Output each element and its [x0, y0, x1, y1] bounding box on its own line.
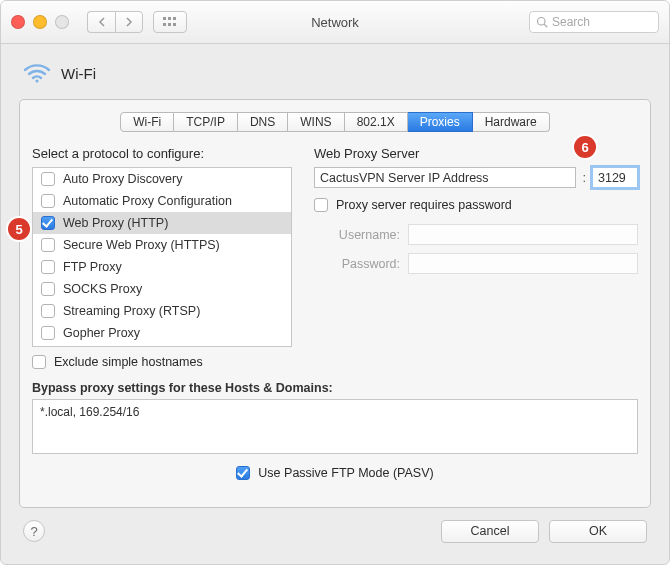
chevron-right-icon [125, 17, 133, 27]
window-controls [11, 15, 69, 29]
username-input [408, 224, 638, 245]
bypass-textarea[interactable]: *.local, 169.254/16 [32, 399, 638, 454]
titlebar: Network Search [1, 1, 669, 44]
svg-rect-2 [173, 17, 176, 20]
protocol-row[interactable]: Auto Proxy Discovery [33, 168, 291, 190]
chevron-left-icon [98, 17, 106, 27]
protocol-section-label: Select a protocol to configure: [32, 146, 292, 161]
grid-icon [163, 17, 177, 27]
svg-point-6 [538, 18, 546, 26]
callout-6: 6 [574, 136, 596, 158]
exclude-hostnames-row[interactable]: Exclude simple hostnames [32, 355, 292, 369]
cancel-button[interactable]: Cancel [441, 520, 539, 543]
svg-point-8 [35, 79, 38, 82]
password-label: Password: [314, 257, 400, 271]
protocol-row[interactable]: Automatic Proxy Configuration [33, 190, 291, 212]
username-label: Username: [314, 228, 400, 242]
passive-ftp-label: Use Passive FTP Mode (PASV) [258, 466, 433, 480]
callout-5: 5 [8, 218, 30, 240]
exclude-hostnames-label: Exclude simple hostnames [54, 355, 203, 369]
password-input [408, 253, 638, 274]
protocol-checkbox[interactable] [41, 194, 55, 208]
search-icon [536, 16, 548, 28]
protocol-checkbox[interactable] [41, 282, 55, 296]
passive-ftp-checkbox[interactable] [236, 466, 250, 480]
svg-line-7 [544, 24, 547, 27]
server-port-input[interactable]: 3129 [592, 167, 638, 188]
protocol-row[interactable]: Secure Web Proxy (HTTPS) [33, 234, 291, 256]
requires-password-row[interactable]: Proxy server requires password [314, 198, 638, 212]
tab-bar: Wi-FiTCP/IPDNSWINS802.1XProxiesHardware [32, 112, 638, 132]
requires-password-checkbox[interactable] [314, 198, 328, 212]
nav-back-forward [87, 11, 143, 33]
server-port-value: 3129 [598, 171, 626, 185]
protocol-label: SOCKS Proxy [63, 282, 142, 296]
protocol-checkbox[interactable] [41, 172, 55, 186]
window: Network Search Wi-Fi Wi-FiTCP/IPDNSW [0, 0, 670, 565]
protocol-row[interactable]: SOCKS Proxy [33, 278, 291, 300]
back-button[interactable] [87, 11, 115, 33]
password-row: Password: [314, 253, 638, 274]
svg-rect-0 [163, 17, 166, 20]
protocol-label: Automatic Proxy Configuration [63, 194, 232, 208]
tab-proxies[interactable]: Proxies [408, 112, 473, 132]
exclude-hostnames-checkbox[interactable] [32, 355, 46, 369]
tab-802-1x[interactable]: 802.1X [345, 112, 408, 132]
protocol-label: Auto Proxy Discovery [63, 172, 182, 186]
username-row: Username: [314, 224, 638, 245]
connection-header: Wi-Fi [23, 58, 651, 89]
server-row: CactusVPN Server IP Address : 3129 [314, 167, 638, 188]
tab-wi-fi[interactable]: Wi-Fi [120, 112, 174, 132]
svg-rect-5 [173, 23, 176, 26]
bypass-value: *.local, 169.254/16 [40, 405, 139, 419]
protocol-checkbox[interactable] [41, 304, 55, 318]
protocol-label: Gopher Proxy [63, 326, 140, 340]
requires-password-label: Proxy server requires password [336, 198, 512, 212]
protocol-row[interactable]: Streaming Proxy (RTSP) [33, 300, 291, 322]
svg-rect-4 [168, 23, 171, 26]
protocol-label: FTP Proxy [63, 260, 122, 274]
passive-ftp-row[interactable]: Use Passive FTP Mode (PASV) [32, 466, 638, 480]
protocol-row[interactable]: FTP Proxy [33, 256, 291, 278]
protocol-checkbox[interactable] [41, 326, 55, 340]
protocol-column: Select a protocol to configure: Auto Pro… [32, 146, 292, 369]
protocol-checkbox[interactable] [41, 260, 55, 274]
server-column: Web Proxy Server CactusVPN Server IP Add… [314, 146, 638, 369]
footer: ? Cancel OK [19, 508, 651, 554]
settings-panel: Wi-FiTCP/IPDNSWINS802.1XProxiesHardware … [19, 99, 651, 508]
svg-rect-3 [163, 23, 166, 26]
tab-hardware[interactable]: Hardware [473, 112, 550, 132]
columns: Select a protocol to configure: Auto Pro… [32, 146, 638, 369]
server-address-value: CactusVPN Server IP Address [320, 171, 489, 185]
help-button[interactable]: ? [23, 520, 45, 542]
wifi-icon [23, 58, 51, 89]
search-placeholder: Search [552, 15, 590, 29]
protocol-checkbox[interactable] [41, 238, 55, 252]
ok-button[interactable]: OK [549, 520, 647, 543]
minimize-icon[interactable] [33, 15, 47, 29]
tab-tcp-ip[interactable]: TCP/IP [174, 112, 238, 132]
tab-wins[interactable]: WINS [288, 112, 344, 132]
forward-button[interactable] [115, 11, 143, 33]
protocol-label: Secure Web Proxy (HTTPS) [63, 238, 220, 252]
content: Wi-Fi Wi-FiTCP/IPDNSWINS802.1XProxiesHar… [1, 44, 669, 564]
protocol-label: Streaming Proxy (RTSP) [63, 304, 200, 318]
protocol-row[interactable]: Web Proxy (HTTP) [33, 212, 291, 234]
bypass-label: Bypass proxy settings for these Hosts & … [32, 381, 638, 395]
protocol-row[interactable]: Gopher Proxy [33, 322, 291, 344]
close-icon[interactable] [11, 15, 25, 29]
show-all-button[interactable] [153, 11, 187, 33]
server-address-input[interactable]: CactusVPN Server IP Address [314, 167, 576, 188]
svg-rect-1 [168, 17, 171, 20]
search-input[interactable]: Search [529, 11, 659, 33]
protocol-label: Web Proxy (HTTP) [63, 216, 168, 230]
server-port-separator: : [582, 170, 586, 185]
protocol-checkbox[interactable] [41, 216, 55, 230]
connection-name: Wi-Fi [61, 65, 96, 82]
tab-dns[interactable]: DNS [238, 112, 288, 132]
protocol-list[interactable]: Auto Proxy DiscoveryAutomatic Proxy Conf… [32, 167, 292, 347]
zoom-icon[interactable] [55, 15, 69, 29]
